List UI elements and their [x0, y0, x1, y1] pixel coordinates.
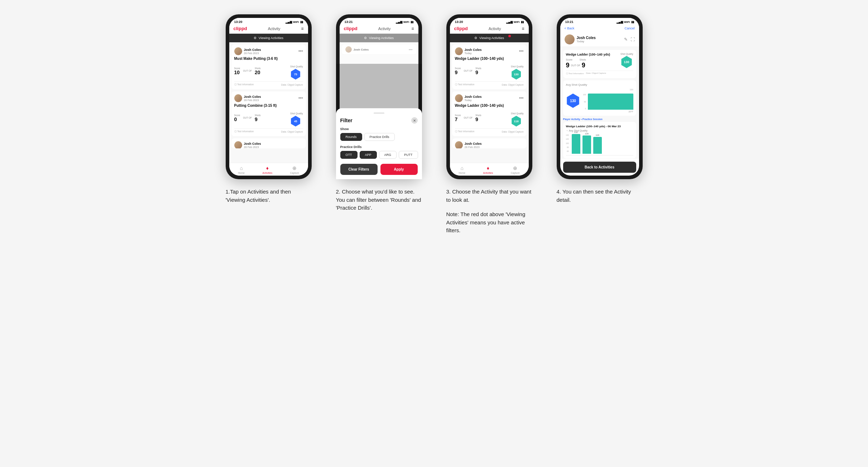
caption-2: 2. Choose what you'd like to see. You ca… — [336, 188, 422, 212]
nav-home-1[interactable]: ⌂ Home — [238, 165, 245, 174]
sq-label-3-1: Shot Quality — [511, 65, 523, 68]
capture-label-3: Capture — [511, 172, 520, 174]
user-date-3-2: Today — [465, 99, 482, 102]
bar-chart-4: 130 100500 APP — [583, 89, 633, 113]
modal-actions: Clear Filters Apply — [340, 164, 418, 175]
status-bar-3: 13:20 ▂▄▆ WiFi ▮▮ — [450, 18, 529, 24]
shots-val-1-2: 9 — [255, 116, 261, 122]
hamburger-icon-2[interactable]: ≡ — [411, 26, 414, 31]
detail-drill-title-4: Wedge Ladder (100–140 yds) — [566, 53, 610, 56]
phone-4-screen: 13:21 ▂▄▆ WiFi ▮▮ < Back Cancel — [560, 18, 639, 176]
detail-shots-val-4: 9 — [582, 62, 585, 69]
sq-label-3-2: Shot Quality — [511, 112, 523, 115]
avatar-4 — [565, 34, 575, 44]
dots-menu-1-1[interactable]: ••• — [298, 49, 303, 54]
page-wrapper: 13:20 ▂▄▆ WiFi ▮▮ clippd Activity ≡ ⚙ — [219, 14, 649, 235]
activity-item-1-2[interactable]: Josh Coles 28 Feb 2023 ••• Putting Combi… — [231, 91, 306, 136]
status-bar-4: 13:21 ▂▄▆ WiFi ▮▮ — [560, 18, 639, 24]
wedge-chart-title-4: Wedge Ladder (100–140 yds) - 06 Mar 23 — [566, 125, 633, 128]
caption-3-wrapper: 3. Choose the Activity that you want to … — [446, 188, 532, 235]
bar-label-4: APP — [583, 110, 633, 113]
cancel-button-4[interactable]: Cancel — [624, 27, 634, 30]
activity-item-1-1[interactable]: Josh Coles 28 Feb 2023 ••• Must Make Put… — [231, 44, 306, 89]
phone-2-column: 13:21 ▂▄▆ WiFi ▮▮ clippd Activity ≡ ⚙ — [330, 14, 428, 212]
app-title-1: Activity — [268, 27, 280, 31]
score-val-1-2: 0 — [234, 116, 240, 122]
activity-title-1-1: Must Make Putting (3-6 ft) — [234, 57, 303, 61]
dots-menu-3-2[interactable]: ••• — [519, 96, 524, 101]
activity-title-3-1: Wedge Ladder (100–140 yds) — [455, 57, 524, 61]
time-1: 13:20 — [234, 20, 243, 24]
sq-badge-3-1: 130 — [511, 69, 522, 80]
activity-user-1-2: Josh Coles 28 Feb 2023 — [234, 94, 261, 102]
back-to-activities-button-4[interactable]: Back to Activities — [563, 162, 636, 173]
practice-session-label-4: Player Activity • Practice Session — [563, 118, 636, 120]
avg-sq-title-4: Avg Shot Quality — [566, 83, 633, 86]
info-3-1: ⓘ Test Information — [455, 83, 475, 86]
phone-1-frame: 13:20 ▂▄▆ WiFi ▮▮ clippd Activity ≡ ⚙ — [226, 14, 312, 179]
shots-val-1-1: 20 — [255, 70, 261, 75]
nav-activities-3[interactable]: ♦ Activities — [483, 165, 493, 174]
app-title-2: Activity — [378, 27, 391, 31]
app-pill[interactable]: APP — [360, 151, 377, 159]
detail-sq-badge-4: 130 — [620, 56, 633, 68]
score-val-3-1: 9 — [455, 70, 461, 75]
expand-icon-4[interactable]: ⛶ — [630, 37, 635, 42]
activities-label-3: Activities — [483, 172, 493, 174]
data-source-1-2: Data: Clippd Capture — [281, 130, 303, 133]
nav-capture-3[interactable]: ⊕ Capture — [511, 165, 520, 174]
activity-item-1-3: Josh Coles 28 Feb 2023 — [231, 138, 306, 148]
rounds-pill[interactable]: Rounds — [340, 133, 362, 141]
nav-home-3[interactable]: ⌂ Home — [459, 165, 465, 174]
red-dot-3 — [508, 35, 511, 37]
score-label-3-2: Score — [455, 114, 461, 116]
detail-data-4: Data: Clippd Capture — [586, 72, 606, 75]
detail-sq-label-4: Shot Quality — [620, 53, 633, 55]
bottom-nav-3: ⌂ Home ♦ Activities ⊕ Capture — [450, 163, 529, 176]
ott-pill[interactable]: OTT — [340, 151, 358, 159]
activity-title-3-2: Wedge Ladder (100–140 yds) — [455, 104, 524, 108]
sq-label-1-2: Shot Quality — [290, 112, 303, 115]
dots-menu-3-1[interactable]: ••• — [519, 49, 524, 54]
user-date-3-1: Today — [465, 52, 482, 55]
filter-modal: Filter ✕ Show Rounds Practice Drills Pra… — [340, 108, 418, 176]
close-button[interactable]: ✕ — [411, 117, 418, 124]
data-source-1-1: Data: Clippd Capture — [281, 84, 303, 86]
filter-title: Filter — [340, 118, 353, 123]
user-date-1-2: 28 Feb 2023 — [244, 99, 261, 102]
data-source-3-2: Data: Clippd Capture — [502, 130, 524, 133]
user-name-3-3: Josh Coles — [465, 142, 482, 146]
phone-3-screen: 13:20 ▂▄▆ WiFi ▮▮ clippd Activity ≡ ⚙ — [450, 18, 529, 176]
activities-icon-3: ♦ — [487, 165, 489, 171]
activity-item-3-1[interactable]: Josh Coles Today ••• Wedge Ladder (100–1… — [452, 44, 527, 89]
shots-val-3-1: 9 — [475, 70, 481, 75]
avatar-3-3 — [455, 141, 463, 148]
clear-filters-button[interactable]: Clear Filters — [340, 164, 378, 175]
nav-activities-1[interactable]: ♦ Activities — [263, 165, 273, 174]
app-header-1: clippd Activity ≡ — [229, 24, 308, 34]
nav-capture-1[interactable]: ⊕ Capture — [290, 165, 299, 174]
signal-icon-2: ▂▄▆ — [396, 20, 402, 24]
hamburger-icon-1[interactable]: ≡ — [301, 26, 303, 31]
arg-pill[interactable]: ARG — [379, 151, 397, 159]
dots-menu-1-2[interactable]: ••• — [298, 96, 303, 101]
apply-button[interactable]: Apply — [380, 164, 418, 175]
back-button-4[interactable]: < Back — [565, 27, 575, 30]
filter-icon-3: ⚙ — [474, 36, 477, 40]
wifi-icon-2: WiFi — [403, 20, 409, 24]
user-name-3-1: Josh Coles — [465, 48, 482, 52]
viewing-activities-bar-3[interactable]: ⚙ Viewing Activities — [450, 34, 529, 42]
hamburger-icon-3[interactable]: ≡ — [522, 26, 524, 31]
practice-drills-pill[interactable]: Practice Drills — [364, 133, 395, 141]
detail-score-card-4: Wedge Ladder (100–140 yds) Score Shots 9… — [563, 50, 636, 78]
viewing-activities-bar-1[interactable]: ⚙ Viewing Activities — [229, 34, 308, 42]
show-pills: Rounds Practice Drills — [340, 133, 418, 141]
caption-1: 1.Tap on Activities and then 'Viewing Ac… — [226, 188, 312, 204]
pencil-icon-4[interactable]: ✎ — [624, 37, 628, 42]
score-label-1-2: Score — [234, 114, 240, 116]
activity-item-3-2[interactable]: Josh Coles Today ••• Wedge Ladder (100–1… — [452, 91, 527, 136]
phone-2-frame: 13:21 ▂▄▆ WiFi ▮▮ clippd Activity ≡ ⚙ — [336, 14, 422, 179]
avatar-3-2 — [455, 94, 463, 102]
signal-icon: ▂▄▆ — [286, 20, 292, 24]
putt-pill[interactable]: PUTT — [399, 151, 418, 159]
